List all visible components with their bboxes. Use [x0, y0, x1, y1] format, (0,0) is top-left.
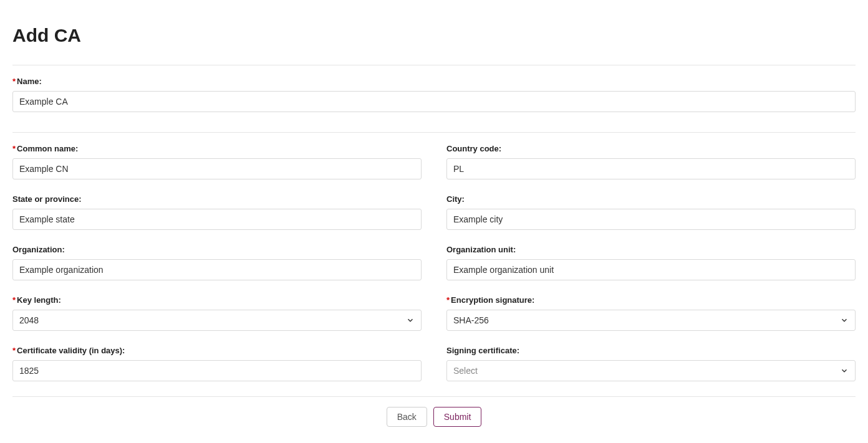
key-length-label: *Key length: [12, 295, 422, 305]
state-label-text: State or province: [12, 194, 82, 204]
name-input[interactable] [12, 91, 856, 112]
city-label-text: City: [446, 194, 465, 204]
signing-certificate-select[interactable]: Select [446, 360, 856, 381]
organization-unit-label-text: Organization unit: [446, 245, 516, 254]
encryption-signature-select[interactable]: SHA-256 [446, 310, 856, 331]
encryption-signature-label-text: Encryption signature: [451, 295, 534, 305]
certificate-validity-label: *Certificate validity (in days): [12, 346, 422, 355]
signing-certificate-label-text: Signing certificate: [446, 346, 519, 355]
name-label: *Name: [12, 77, 856, 86]
country-code-input[interactable] [446, 158, 856, 179]
organization-unit-label: Organization unit: [446, 245, 856, 254]
state-label: State or province: [12, 194, 422, 204]
required-mark: * [12, 144, 16, 153]
signing-certificate-label: Signing certificate: [446, 346, 856, 355]
required-mark: * [12, 77, 16, 86]
city-label: City: [446, 194, 856, 204]
key-length-label-text: Key length: [17, 295, 61, 305]
required-mark: * [12, 295, 16, 305]
organization-label-text: Organization: [12, 245, 65, 254]
country-code-label-text: Country code: [446, 144, 501, 153]
state-input[interactable] [12, 209, 422, 230]
chevron-down-icon [840, 316, 849, 325]
encryption-signature-value: SHA-256 [453, 315, 489, 325]
required-mark: * [12, 346, 16, 355]
certificate-validity-input[interactable] [12, 360, 422, 381]
certificate-validity-label-text: Certificate validity (in days): [17, 346, 125, 355]
section-name: *Name: [12, 65, 856, 133]
common-name-input[interactable] [12, 158, 422, 179]
city-input[interactable] [446, 209, 856, 230]
chevron-down-icon [406, 316, 415, 325]
key-length-value: 2048 [19, 315, 39, 325]
back-button[interactable]: Back [387, 407, 427, 427]
key-length-select[interactable]: 2048 [12, 310, 422, 331]
name-label-text: Name: [17, 77, 42, 86]
common-name-label-text: Common name: [17, 144, 78, 153]
organization-label: Organization: [12, 245, 422, 254]
country-code-label: Country code: [446, 144, 856, 153]
organization-input[interactable] [12, 259, 422, 280]
submit-button[interactable]: Submit [433, 407, 482, 427]
actions-bar: Back Submit [12, 397, 856, 437]
encryption-signature-label: *Encryption signature: [446, 295, 856, 305]
organization-unit-input[interactable] [446, 259, 856, 280]
page-title: Add CA [12, 0, 856, 65]
signing-certificate-placeholder: Select [453, 366, 478, 376]
common-name-label: *Common name: [12, 144, 422, 153]
section-details: *Common name: Country code: State or pro… [12, 133, 856, 391]
chevron-down-icon [840, 366, 849, 375]
required-mark: * [446, 295, 450, 305]
